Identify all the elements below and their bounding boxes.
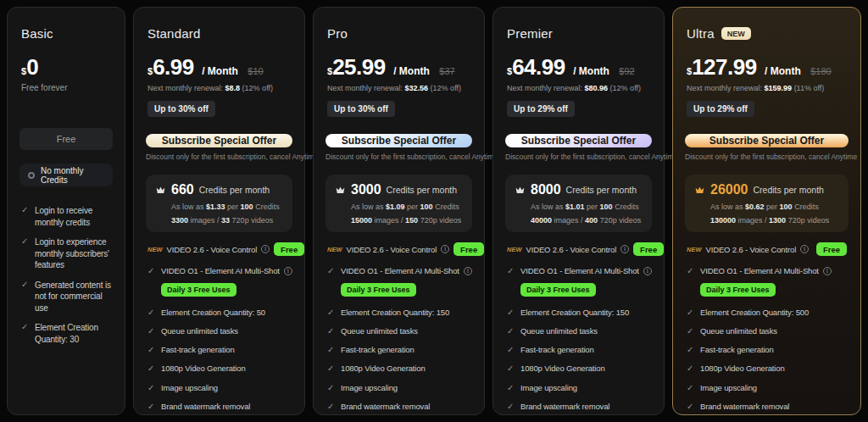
plan-card: Pro $25.99 / Month $37 Next monthly rene… xyxy=(313,7,485,415)
usage-videos-label: 720p videos xyxy=(788,216,830,225)
info-icon[interactable] xyxy=(261,245,270,253)
info-icon[interactable] xyxy=(620,245,629,253)
rate-count: 100 xyxy=(420,203,433,211)
info-icon[interactable] xyxy=(823,267,832,275)
rate-prefix: As low as xyxy=(531,203,564,211)
feature-item: Brand watermark removal xyxy=(507,402,652,413)
feature-text: Queue unlimited tasks xyxy=(700,326,777,337)
feature-item: Queue unlimited tasks xyxy=(327,326,472,337)
info-icon[interactable] xyxy=(284,267,292,275)
feature-text: Queue unlimited tasks xyxy=(520,326,598,337)
feature-list: Element Creation Quantity: 50Queue unlim… xyxy=(146,299,292,422)
usage-videos-label: 720p videos xyxy=(600,216,642,225)
feature-video26: NEW VIDEO 2.6 - Voice Control Free xyxy=(327,242,470,256)
price-value: 0 xyxy=(26,54,38,80)
feature-item: Image upscaling xyxy=(327,383,472,394)
usage-videos-label: 720p videos xyxy=(232,216,274,225)
feature-list: Element Creation Quantity: 150Queue unli… xyxy=(505,299,652,422)
info-icon[interactable] xyxy=(464,267,472,275)
rate-mid: per xyxy=(227,203,238,211)
info-icon[interactable] xyxy=(800,245,809,253)
credits-label: Credits per month xyxy=(566,185,637,195)
plan-new-badge: NEW xyxy=(721,27,751,40)
crown-icon xyxy=(155,185,166,196)
feature-text: 1080p Video Generation xyxy=(341,364,426,375)
price-row: $6.99 / Month $10 xyxy=(147,54,291,81)
info-icon[interactable] xyxy=(441,245,449,253)
feature-item: Element Creation Quantity: 500 xyxy=(687,308,849,319)
original-price: $37 xyxy=(439,66,454,76)
rate-suffix: Credits xyxy=(794,203,819,211)
renewal-discount: (12% off) xyxy=(610,84,641,92)
feature-text: VIDEO O1 - Element AI Multi-Shot xyxy=(341,266,459,275)
feature-text: Brand watermark removal xyxy=(700,402,789,413)
credits-label: Credits per month xyxy=(754,185,824,195)
credits-header: 8000 Credits per month xyxy=(515,182,643,197)
credits-rate-line: As low as $1.09 per 100 Credits xyxy=(335,203,463,211)
credits-label: Credits per month xyxy=(199,185,270,195)
usage-images-label: images / xyxy=(375,216,403,225)
feature-item: Element Creation Quantity: 150 xyxy=(507,308,652,319)
renewal-amount: $8.8 xyxy=(225,84,241,92)
feature-item: Login to receive monthly credits xyxy=(21,205,113,228)
price-value: 64.99 xyxy=(512,54,565,80)
subscribe-button[interactable]: Subscribe Special Offer xyxy=(146,134,292,147)
subscribe-button[interactable]: Subscribe Special Offer xyxy=(685,134,849,147)
no-credits-icon xyxy=(28,172,35,179)
rate-count: 100 xyxy=(241,203,253,211)
subscribe-button[interactable]: Subscribe Special Offer xyxy=(505,134,652,147)
plan-card: Basic $0 Free forever Free No monthly Cr… xyxy=(7,7,125,415)
feature-item: Element Creation Quantity: 50 xyxy=(147,308,292,319)
feature-item: 1080p Video Generation xyxy=(687,364,849,375)
feature-videoO1: VIDEO O1 - Element AI Multi-Shot xyxy=(687,266,847,275)
plan-name: Basic xyxy=(21,26,53,41)
no-credits-label: No monthly Credits xyxy=(41,166,104,185)
plan-card: Ultra NEW $127.99 / Month $180 Next mont… xyxy=(672,7,861,415)
daily-free-badge: Daily 3 Free Uses xyxy=(341,283,416,297)
renewal-note: Next monthly renewal: $159.99 (11% off) xyxy=(687,84,847,92)
feature-text: Queue unlimited tasks xyxy=(161,326,238,337)
check-icon xyxy=(687,364,696,373)
feature-text: Image upscaling xyxy=(161,383,218,394)
usage-images: 130000 xyxy=(710,216,736,225)
price-subtitle: Free forever xyxy=(21,83,111,92)
check-icon xyxy=(147,402,157,411)
feature-item: Image upscaling xyxy=(147,383,292,394)
check-icon xyxy=(327,345,337,354)
free-plan-button[interactable]: Free xyxy=(19,128,113,150)
feature-item: Brand watermark removal xyxy=(327,402,472,413)
usage-images-label: images / xyxy=(738,216,767,225)
usage-images-label: images / xyxy=(191,216,220,225)
feature-item: Brand watermark removal xyxy=(147,402,292,413)
check-icon xyxy=(21,236,31,246)
feature-text: Brand watermark removal xyxy=(520,402,609,413)
check-icon xyxy=(687,308,696,317)
info-icon[interactable] xyxy=(643,267,652,275)
daily-badge-row: Daily 3 Free Uses xyxy=(161,280,292,297)
credits-usage-line: 15000 images / 150 720p videos xyxy=(335,216,463,225)
new-tag: NEW xyxy=(327,246,342,253)
credits-header: 26000 Credits per month xyxy=(694,182,839,197)
rate-price: $1.09 xyxy=(386,203,405,211)
feature-item: Queue unlimited tasks xyxy=(507,326,652,337)
rate-mid: per xyxy=(587,203,598,211)
credits-box: 8000 Credits per month As low as $1.01 p… xyxy=(505,175,652,232)
subscribe-note: Discount only for the first subscription… xyxy=(505,153,652,161)
renewal-prefix: Next monthly renewal: xyxy=(687,84,762,92)
crown-icon xyxy=(515,185,526,196)
subscribe-button[interactable]: Subscribe Special Offer xyxy=(326,134,472,147)
original-price: $10 xyxy=(248,66,263,76)
usage-videos: 33 xyxy=(221,216,230,225)
renewal-amount: $80.96 xyxy=(585,84,609,92)
subscribe-note: Discount only for the first subscription… xyxy=(685,153,849,161)
rate-prefix: As low as xyxy=(351,203,384,211)
feature-item: Element Creation Quantity: 30 xyxy=(21,322,113,345)
credits-amount: 660 xyxy=(171,182,194,197)
rate-prefix: As low as xyxy=(171,203,204,211)
feature-text: Image upscaling xyxy=(700,383,757,394)
check-icon xyxy=(21,322,31,331)
discount-badge: Up to 29% off xyxy=(507,101,575,117)
no-credits-badge: No monthly Credits xyxy=(19,164,113,186)
renewal-discount: (12% off) xyxy=(431,84,461,92)
credits-usage-line: 40000 images / 400 720p videos xyxy=(515,216,643,225)
